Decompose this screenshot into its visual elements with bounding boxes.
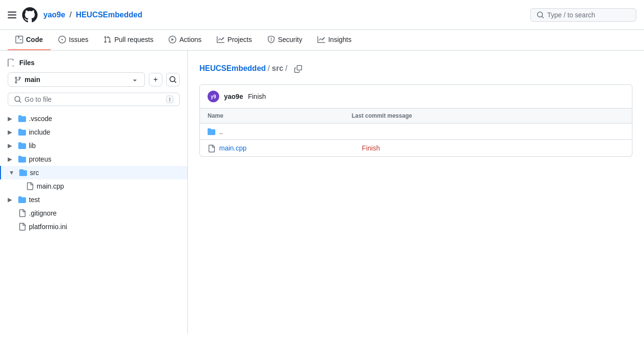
insights-icon bbox=[317, 36, 325, 43]
branch-name: main bbox=[25, 76, 128, 83]
avatar: y9 bbox=[208, 91, 219, 102]
breadcrumb-repo-link[interactable]: HEUCSEmbedded bbox=[199, 64, 266, 73]
tree-item-src-label: src bbox=[30, 169, 39, 177]
security-icon bbox=[267, 36, 275, 43]
breadcrumb-path: src bbox=[272, 64, 283, 73]
tab-pull-requests[interactable]: Pull requests bbox=[96, 30, 161, 50]
tab-issues-label: Issues bbox=[69, 36, 88, 43]
branch-dropdown[interactable]: main bbox=[8, 72, 145, 86]
sidebar-title: Files bbox=[19, 59, 35, 67]
folder-icon bbox=[18, 128, 26, 136]
expand-icon: ▶ bbox=[8, 142, 15, 149]
tree-item-vscode[interactable]: ▶ .vscode bbox=[0, 112, 187, 125]
repo-name-link[interactable]: HEUCSEmbedded bbox=[76, 11, 143, 19]
tree-item-src-maincpp[interactable]: ▶ main.cpp bbox=[0, 179, 187, 193]
tab-actions[interactable]: Actions bbox=[161, 30, 209, 50]
goto-file-shortcut: t bbox=[166, 95, 173, 103]
header-search[interactable]: Type / to search bbox=[530, 8, 636, 22]
breadcrumb-sep1: / bbox=[268, 64, 270, 73]
github-logo-icon[interactable] bbox=[22, 7, 38, 23]
tab-pull-requests-label: Pull requests bbox=[114, 36, 153, 43]
search-file-button[interactable] bbox=[166, 73, 180, 86]
repo-owner-link[interactable]: yao9e bbox=[43, 11, 65, 19]
nav-tabs: Code Issues Pull requests Actions bbox=[0, 30, 644, 51]
commit-author[interactable]: yao9e bbox=[224, 93, 243, 100]
folder-icon bbox=[18, 141, 26, 150]
file-icon bbox=[208, 144, 215, 152]
copy-path-button[interactable] bbox=[292, 62, 304, 75]
repo-path: yao9e / HEUCSEmbedded bbox=[43, 11, 142, 19]
tree-item-gitignore[interactable]: ▶ .gitignore bbox=[0, 206, 187, 220]
tab-code-label: Code bbox=[26, 36, 43, 43]
tree-item-test[interactable]: ▶ test bbox=[0, 193, 187, 206]
files-icon bbox=[8, 58, 15, 67]
expand-icon: ▶ bbox=[8, 196, 15, 203]
expand-icon: ▶ bbox=[8, 129, 15, 136]
main-layout: Files main + bbox=[0, 51, 644, 334]
search-icon bbox=[537, 11, 544, 19]
maincpp-name[interactable]: main.cpp bbox=[219, 144, 350, 152]
maincpp-commit[interactable]: Finish bbox=[354, 144, 624, 152]
tree-item-maincpp-label: main.cpp bbox=[37, 182, 64, 190]
goto-file-input[interactable] bbox=[25, 95, 163, 103]
maincpp-link[interactable]: main.cpp bbox=[219, 144, 247, 152]
pull-request-icon bbox=[104, 36, 111, 43]
add-file-button[interactable]: + bbox=[149, 73, 162, 86]
file-table-header: Name Last commit message bbox=[200, 109, 632, 123]
projects-icon bbox=[217, 36, 224, 43]
tab-security[interactable]: Security bbox=[260, 30, 310, 50]
tab-actions-label: Actions bbox=[179, 36, 201, 43]
tree-item-test-label: test bbox=[29, 196, 40, 204]
tree-item-lib-label: lib bbox=[29, 142, 36, 150]
hamburger-icon[interactable] bbox=[8, 12, 16, 18]
tab-security-label: Security bbox=[278, 36, 302, 43]
folder-icon bbox=[18, 195, 26, 204]
tree-item-platformio[interactable]: ▶ platformio.ini bbox=[0, 220, 187, 233]
parent-dir-name[interactable]: .. bbox=[219, 128, 350, 136]
tree-item-platformio-label: platformio.ini bbox=[29, 223, 67, 231]
header: yao9e / HEUCSEmbedded Type / to search bbox=[0, 0, 644, 30]
sidebar: Files main + bbox=[0, 51, 188, 334]
tree-item-src[interactable]: ▼ src bbox=[0, 166, 187, 179]
tab-issues[interactable]: Issues bbox=[51, 30, 96, 50]
content-area: HEUCSEmbedded / src / y9 yao9e Finish bbox=[188, 51, 644, 334]
expand-icon: ▶ bbox=[8, 156, 15, 163]
file-icon bbox=[18, 209, 26, 217]
tree-item-include-label: include bbox=[29, 128, 50, 136]
tree-item-include[interactable]: ▶ include bbox=[0, 125, 187, 139]
actions-icon bbox=[169, 36, 176, 43]
header-left: yao9e / HEUCSEmbedded bbox=[8, 7, 142, 23]
tab-projects-label: Projects bbox=[227, 36, 252, 43]
tree-item-lib[interactable]: ▶ lib bbox=[0, 139, 187, 152]
collapse-icon: ▼ bbox=[9, 169, 16, 176]
breadcrumb-sep2: / bbox=[285, 64, 287, 73]
folder-icon bbox=[208, 127, 215, 136]
folder-icon bbox=[18, 114, 26, 123]
svg-text:y9: y9 bbox=[210, 94, 216, 99]
file-icon bbox=[26, 182, 34, 190]
tree-item-proteus-label: proteus bbox=[29, 155, 52, 163]
chevron-down-icon bbox=[131, 75, 139, 83]
branch-selector: main + bbox=[8, 72, 180, 86]
table-row-parent[interactable]: .. bbox=[200, 123, 632, 140]
tree-item-gitignore-label: .gitignore bbox=[29, 209, 57, 217]
maincpp-commit-link[interactable]: Finish bbox=[362, 144, 380, 152]
breadcrumb: HEUCSEmbedded / src / bbox=[199, 62, 632, 75]
tab-insights-label: Insights bbox=[328, 36, 351, 43]
folder-icon bbox=[18, 155, 26, 164]
goto-file-search[interactable]: t bbox=[8, 93, 180, 106]
sidebar-header: Files bbox=[0, 58, 187, 72]
tab-projects[interactable]: Projects bbox=[209, 30, 260, 50]
tree-item-vscode-label: .vscode bbox=[29, 115, 52, 123]
goto-search-icon bbox=[14, 95, 22, 103]
tab-insights[interactable]: Insights bbox=[310, 30, 359, 50]
file-table: Name Last commit message .. main.cpp bbox=[199, 109, 632, 157]
commit-bar: y9 yao9e Finish bbox=[199, 84, 632, 109]
tab-code[interactable]: Code bbox=[8, 30, 51, 50]
col-name-header: Name bbox=[208, 112, 344, 119]
col-commit-header: Last commit message bbox=[344, 112, 624, 119]
table-row-maincpp[interactable]: main.cpp Finish bbox=[200, 140, 632, 156]
tree-item-proteus[interactable]: ▶ proteus bbox=[0, 152, 187, 166]
branch-icon bbox=[14, 75, 22, 83]
commit-message: Finish bbox=[248, 93, 266, 100]
